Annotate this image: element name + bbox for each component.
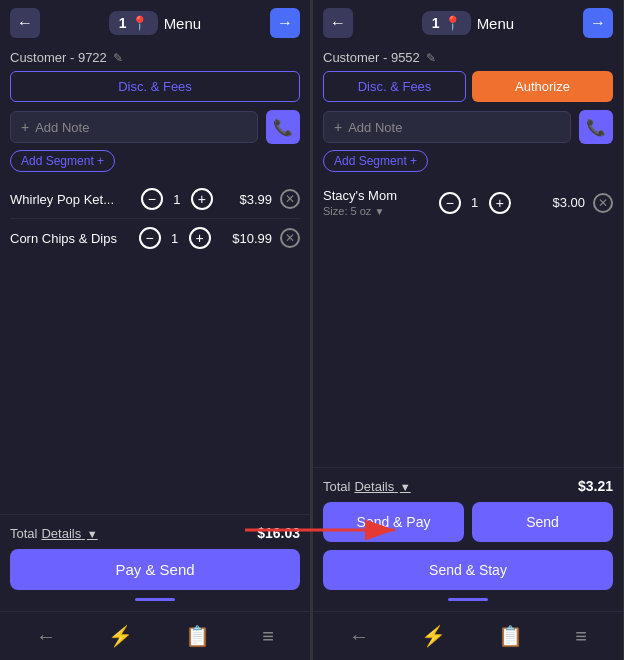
right-item-0-remove[interactable]: ✕ [593, 193, 613, 213]
left-item-1-remove[interactable]: ✕ [280, 228, 300, 248]
right-details-arrow-icon: ▼ [400, 481, 411, 493]
right-header-center: 1 📍 Menu [422, 11, 514, 35]
left-add-note-row: + Add Note 📞 [0, 110, 310, 150]
left-location-icon: 📍 [131, 15, 148, 31]
right-panel: ← 1 📍 Menu → Customer - 9552 ✎ Disc. & F… [313, 0, 624, 660]
right-edit-icon[interactable]: ✎ [426, 51, 436, 65]
left-plus-icon: + [21, 119, 29, 135]
left-back-button[interactable]: ← [10, 8, 40, 38]
right-size-arrow-icon: ▼ [374, 206, 384, 217]
right-item-0-price: $3.00 [552, 195, 585, 210]
right-send-pay-button[interactable]: Send & Pay [323, 502, 464, 542]
left-add-note-input[interactable]: + Add Note [10, 111, 258, 143]
left-forward-button[interactable]: → [270, 8, 300, 38]
left-details-arrow-icon: ▼ [87, 528, 98, 540]
right-details-button[interactable]: Details ▼ [354, 479, 410, 494]
right-details-label: Details [354, 479, 394, 494]
right-item-0-decrease[interactable]: − [439, 192, 461, 214]
right-item-0-increase[interactable]: + [489, 192, 511, 214]
right-badge-num: 1 [432, 15, 440, 31]
left-badge-num: 1 [119, 15, 127, 31]
left-item-0-qty: 1 [169, 192, 185, 207]
left-item-0-left: Whirley Pop Ket... [10, 192, 114, 207]
right-action-row: Disc. & Fees Authorize [313, 71, 623, 110]
right-plus-icon: + [334, 119, 342, 135]
right-phone-button[interactable]: 📞 [579, 110, 613, 144]
right-footer: Total Details ▼ $3.21 Send & Pay Send Se… [313, 467, 623, 611]
left-item-1-decrease[interactable]: − [139, 227, 161, 249]
left-bottom-indicator [135, 598, 175, 601]
left-order-item-0: Whirley Pop Ket... − 1 + $3.99 ✕ [10, 180, 300, 219]
right-action-buttons-grid: Send & Pay Send Send & Stay [323, 502, 613, 590]
right-forward-button[interactable]: → [583, 8, 613, 38]
left-footer: Total Details ▼ $16.03 Pay & Send [0, 514, 310, 611]
left-action-row: Disc. & Fees [0, 71, 310, 110]
right-bottom-nav: ← ⚡ 📋 ≡ [313, 611, 623, 660]
right-nav-list[interactable]: 📋 [494, 620, 527, 652]
right-badge: 1 📍 [422, 11, 471, 35]
right-total-row: Total Details ▼ $3.21 [323, 478, 613, 494]
right-customer-label: Customer - 9552 [323, 50, 420, 65]
right-total-label: Total [323, 479, 350, 494]
left-item-1-price: $10.99 [232, 231, 272, 246]
left-phone-button[interactable]: 📞 [266, 110, 300, 144]
left-details-button[interactable]: Details ▼ [41, 526, 97, 541]
left-edit-icon[interactable]: ✎ [113, 51, 123, 65]
left-bottom-nav: ← ⚡ 📋 ≡ [0, 611, 310, 660]
right-add-note-input[interactable]: + Add Note [323, 111, 571, 143]
left-add-segment-label: Add Segment + [21, 154, 104, 168]
right-add-segment-button[interactable]: Add Segment + [323, 150, 428, 172]
left-add-segment-button[interactable]: Add Segment + [10, 150, 115, 172]
left-add-note-label: Add Note [35, 120, 89, 135]
left-customer-label: Customer - 9722 [10, 50, 107, 65]
left-header-center: 1 📍 Menu [109, 11, 201, 35]
right-item-0-controls: − 1 + [439, 192, 511, 214]
left-disc-fees-button[interactable]: Disc. & Fees [10, 71, 300, 102]
right-location-icon: 📍 [444, 15, 461, 31]
right-order-item-0: Stacy's Mom Size: 5 oz ▼ − 1 + $3.00 ✕ [323, 180, 613, 225]
left-panel: ← 1 📍 Menu → Customer - 9722 ✎ Disc. & F… [0, 0, 311, 660]
right-send-stay-button[interactable]: Send & Stay [323, 550, 613, 590]
left-header: ← 1 📍 Menu → [0, 0, 310, 46]
right-item-0-left: Stacy's Mom Size: 5 oz ▼ [323, 188, 397, 217]
right-disc-fees-button[interactable]: Disc. & Fees [323, 71, 466, 102]
left-details-label: Details [41, 526, 81, 541]
left-item-0-remove[interactable]: ✕ [280, 189, 300, 209]
left-nav-bolt[interactable]: ⚡ [104, 620, 137, 652]
right-authorize-button[interactable]: Authorize [472, 71, 613, 102]
left-customer-row: Customer - 9722 ✎ [0, 46, 310, 71]
left-total-amount: $16.03 [257, 525, 300, 541]
right-back-button[interactable]: ← [323, 8, 353, 38]
left-item-0-price: $3.99 [239, 192, 272, 207]
left-item-1-right: $10.99 ✕ [232, 228, 300, 248]
left-item-0-increase[interactable]: + [191, 188, 213, 210]
left-nav-list[interactable]: 📋 [181, 620, 214, 652]
right-add-segment-row: Add Segment + [313, 150, 623, 180]
left-nav-back[interactable]: ← [32, 621, 60, 652]
left-item-1-name: Corn Chips & Dips [10, 231, 117, 246]
right-nav-back[interactable]: ← [345, 621, 373, 652]
left-item-0-name: Whirley Pop Ket... [10, 192, 114, 207]
right-item-size-text: Size: 5 oz [323, 205, 371, 217]
left-order-item-1: Corn Chips & Dips − 1 + $10.99 ✕ [10, 219, 300, 257]
left-nav-menu[interactable]: ≡ [258, 621, 278, 652]
left-item-0-decrease[interactable]: − [141, 188, 163, 210]
right-nav-menu[interactable]: ≡ [571, 621, 591, 652]
left-total-row: Total Details ▼ $16.03 [10, 525, 300, 541]
left-add-segment-row: Add Segment + [0, 150, 310, 180]
left-pay-send-button[interactable]: Pay & Send [10, 549, 300, 590]
left-total-label: Total [10, 526, 37, 541]
left-badge: 1 📍 [109, 11, 158, 35]
right-send-button[interactable]: Send [472, 502, 613, 542]
right-add-note-label: Add Note [348, 120, 402, 135]
right-order-items: Stacy's Mom Size: 5 oz ▼ − 1 + $3.00 ✕ [313, 180, 623, 467]
right-menu-label: Menu [477, 15, 515, 32]
left-order-items: Whirley Pop Ket... − 1 + $3.99 ✕ Corn Ch… [0, 180, 310, 514]
right-item-0-qty: 1 [467, 195, 483, 210]
right-nav-bolt[interactable]: ⚡ [417, 620, 450, 652]
right-add-note-row: + Add Note 📞 [313, 110, 623, 150]
right-header: ← 1 📍 Menu → [313, 0, 623, 46]
right-item-0-name: Stacy's Mom [323, 188, 397, 203]
right-total-amount: $3.21 [578, 478, 613, 494]
left-item-1-increase[interactable]: + [189, 227, 211, 249]
